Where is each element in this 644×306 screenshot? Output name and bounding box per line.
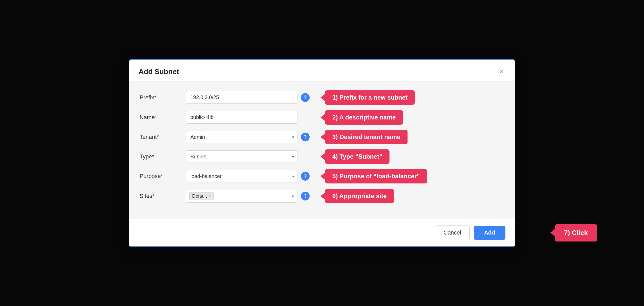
purpose-select-wrapper: load-balancer ▾ [186,170,298,182]
modal-footer: Cancel Add 7) Click [129,219,515,246]
sites-chevron-icon: ▾ [292,194,294,199]
prefix-control-wrapper: ? [186,91,310,104]
purpose-control-wrapper: load-balancer ▾ ? [186,170,310,182]
purpose-label: Purpose* [140,173,186,180]
tenant-annotation: 3) Desired tenant name [325,130,408,144]
modal-title: Add Subnet [139,68,179,76]
modal-overlay: Add Subnet × Prefix* ? 1) Prefix for a n… [0,0,644,306]
close-button[interactable]: × [497,67,505,76]
sites-annotation: 6) Appropriate site [325,189,394,203]
type-control-wrapper: Subnet ▾ [186,150,310,163]
prefix-label: Prefix* [140,94,186,101]
type-select[interactable]: Subnet [186,150,298,163]
name-row: Name* 2) A descriptive name [140,111,504,124]
sites-row: Sites* Default × ▾ ? 6) Appropriate site [140,190,504,203]
purpose-row: Purpose* load-balancer ▾ ? 5) Purpose of… [140,170,504,182]
cancel-button[interactable]: Cancel [435,226,470,240]
prefix-help-icon[interactable]: ? [301,93,310,102]
sites-tag: Default × [189,192,214,200]
type-select-wrapper: Subnet ▾ [186,150,298,163]
modal-header: Add Subnet × [129,60,515,82]
name-label: Name* [140,114,186,121]
sites-tag-value: Default [192,194,207,199]
tenant-select-wrapper: Admin ▾ [186,131,298,143]
add-button[interactable]: Add [474,226,505,240]
tenant-control-wrapper: Admin ▾ ? [186,131,310,143]
purpose-annotation: 5) Purpose of “load-balancer” [325,169,427,183]
modal-dialog: Add Subnet × Prefix* ? 1) Prefix for a n… [129,59,515,247]
sites-control-wrapper: Default × ▾ ? [186,190,310,203]
modal-body: Prefix* ? 1) Prefix for a new subnet Nam… [129,82,515,219]
tenant-help-icon[interactable]: ? [301,133,310,141]
name-control-wrapper [186,111,310,124]
type-row: Type* Subnet ▾ 4) Type “Subnet” [140,150,504,163]
tenant-select[interactable]: Admin [186,131,298,143]
sites-tag-remove-icon[interactable]: × [208,194,211,198]
tenant-row: Tenant* Admin ▾ ? 3) Desired tenant name [140,131,504,143]
prefix-row: Prefix* ? 1) Prefix for a new subnet [140,91,504,104]
name-annotation: 2) A descriptive name [325,110,403,125]
purpose-help-icon[interactable]: ? [301,172,310,181]
footer-annotation: 7) Click [555,224,597,241]
type-annotation: 4) Type “Subnet” [325,149,389,164]
type-label: Type* [140,153,186,160]
prefix-annotation: 1) Prefix for a new subnet [325,90,415,105]
name-input[interactable] [186,111,298,124]
tenant-label: Tenant* [140,134,186,140]
sites-label: Sites* [140,193,186,199]
sites-help-icon[interactable]: ? [301,192,310,200]
page-wrapper: Add Subnet × Prefix* ? 1) Prefix for a n… [0,0,644,306]
purpose-select[interactable]: load-balancer [186,170,298,182]
sites-input-wrapper[interactable]: Default × ▾ [186,190,298,203]
prefix-input[interactable] [186,91,298,104]
